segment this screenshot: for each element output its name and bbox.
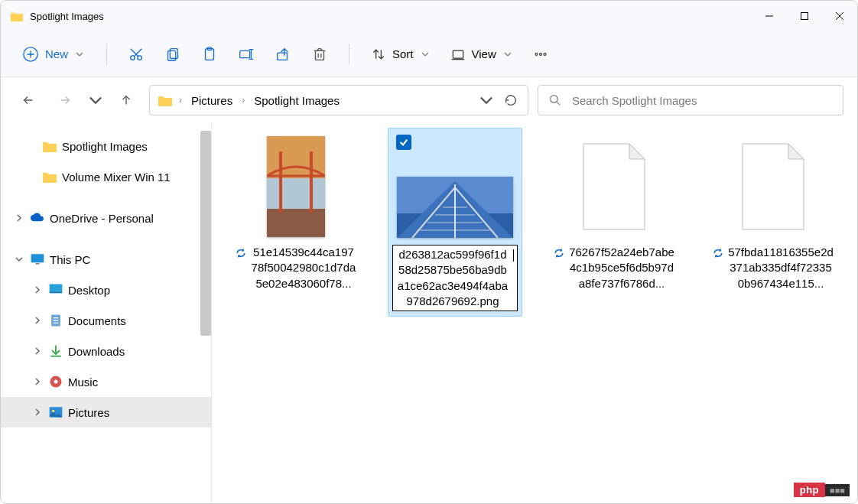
search-box[interactable] — [538, 85, 843, 115]
main-area: Spotlight Images Volume Mixer Win 11 One… — [1, 123, 857, 503]
breadcrumb-pictures[interactable]: Pictures — [188, 93, 236, 109]
svg-rect-40 — [31, 254, 44, 262]
copy-button[interactable] — [158, 39, 188, 70]
expand-toggle[interactable] — [31, 314, 44, 327]
svg-point-53 — [52, 410, 54, 412]
chevron-right-icon: › — [179, 95, 182, 106]
recent-button[interactable] — [88, 86, 103, 114]
ellipsis-icon — [532, 46, 549, 63]
delete-button[interactable] — [304, 39, 335, 70]
file-rename-input[interactable]: d263812ac599f96f1d58d25875be56ba9dba1ce6… — [392, 245, 518, 311]
sidebar-item-documents[interactable]: Documents — [1, 305, 211, 336]
sidebar-item-this-pc[interactable]: This PC — [1, 244, 211, 275]
sort-icon — [371, 47, 386, 62]
badge-right: ■■■ — [825, 484, 850, 496]
sidebar-item-label: Pictures — [68, 406, 109, 419]
search-input[interactable] — [570, 93, 832, 108]
sidebar-item-music[interactable]: Music — [1, 366, 211, 397]
back-button[interactable] — [15, 86, 42, 114]
more-button[interactable] — [525, 39, 556, 70]
file-item[interactable]: 76267f52a24eb7abe4c1b95ce5f6d5b97da8fe73… — [547, 128, 681, 297]
sidebar-item-volume-mixer[interactable]: Volume Mixer Win 11 — [1, 161, 211, 192]
pictures-icon — [48, 405, 63, 420]
watermark-badge: php ■■■ — [794, 483, 850, 497]
sidebar-item-label: This PC — [50, 253, 90, 266]
selection-checkbox[interactable] — [396, 135, 411, 150]
svg-rect-12 — [168, 50, 176, 60]
svg-point-51 — [54, 380, 58, 384]
new-button[interactable]: New — [13, 41, 93, 67]
svg-line-26 — [321, 48, 322, 50]
sidebar-item-spotlight-images[interactable]: Spotlight Images — [1, 131, 211, 161]
file-item[interactable]: 57fbda11816355e2d371ab335df4f723350b9674… — [706, 128, 840, 297]
share-icon — [275, 46, 291, 63]
new-button-label: New — [45, 47, 68, 60]
expand-toggle[interactable] — [31, 406, 44, 418]
sidebar-item-pictures[interactable]: Pictures — [1, 397, 211, 428]
forward-button[interactable] — [51, 86, 79, 114]
expand-toggle[interactable] — [31, 284, 44, 296]
svg-line-10 — [131, 48, 138, 56]
up-button[interactable] — [112, 86, 140, 114]
sidebar-scrollbar[interactable] — [200, 131, 211, 336]
file-label: 57fbda11816355e2d371ab335df4f723350b9674… — [712, 245, 834, 291]
close-button[interactable] — [822, 1, 857, 31]
rename-button[interactable] — [231, 39, 262, 70]
paste-button[interactable] — [194, 39, 225, 70]
chevron-right-icon: › — [242, 95, 245, 106]
sort-button[interactable]: Sort — [363, 42, 437, 67]
refresh-icon — [504, 93, 518, 107]
sidebar-item-label: Documents — [68, 314, 126, 327]
title-bar: Spotlight Images — [1, 1, 857, 31]
file-label: 76267f52a24eb7abe4c1b95ce5f6d5b97da8fe73… — [553, 245, 675, 291]
arrow-right-icon — [58, 93, 72, 107]
refresh-button[interactable] — [502, 86, 520, 114]
chevron-down-icon — [421, 50, 429, 58]
nav-row: › Pictures › Spotlight Images — [1, 77, 857, 123]
chevron-down-icon — [504, 50, 512, 58]
expand-toggle[interactable] — [31, 376, 44, 388]
sidebar-item-onedrive[interactable]: OneDrive - Personal — [1, 203, 211, 233]
search-icon — [549, 94, 561, 106]
image-thumbnail — [397, 177, 513, 238]
expand-toggle[interactable] — [13, 212, 25, 224]
sidebar-item-label: Spotlight Images — [62, 140, 148, 153]
sidebar-item-desktop[interactable]: Desktop — [1, 275, 211, 305]
folder-icon — [42, 169, 57, 184]
maximize-button[interactable] — [787, 1, 822, 31]
sync-icon — [235, 247, 247, 263]
share-button[interactable] — [268, 39, 298, 70]
svg-rect-41 — [36, 263, 40, 265]
clipboard-icon — [201, 46, 218, 63]
file-item-selected[interactable]: d263812ac599f96f1d58d25875be56ba9dba1ce6… — [388, 128, 522, 317]
window-title: Spotlight Images — [30, 11, 104, 22]
cloud-icon — [30, 210, 45, 226]
image-thumbnail — [267, 136, 325, 237]
svg-line-25 — [317, 48, 318, 50]
minimize-button[interactable] — [752, 1, 787, 31]
document-icon — [738, 142, 808, 231]
arrow-left-icon — [21, 93, 35, 107]
svg-rect-43 — [50, 292, 63, 294]
monitor-icon — [30, 252, 45, 267]
view-button[interactable]: View — [443, 42, 519, 67]
address-bar[interactable]: › Pictures › Spotlight Images — [149, 85, 528, 115]
rename-icon — [238, 46, 255, 63]
svg-rect-21 — [316, 50, 324, 60]
cut-button[interactable] — [121, 39, 151, 70]
breadcrumb-spotlight-images[interactable]: Spotlight Images — [251, 93, 343, 109]
address-history-button[interactable] — [477, 86, 496, 114]
plus-circle-icon — [22, 46, 39, 63]
svg-rect-30 — [453, 50, 463, 58]
expand-toggle[interactable] — [31, 345, 44, 357]
file-item[interactable]: 51e14539c44ca19778f50042980c1d7da5e02e48… — [229, 128, 363, 297]
sidebar-item-label: OneDrive - Personal — [50, 212, 154, 225]
sort-button-label: Sort — [392, 47, 414, 60]
sidebar-item-downloads[interactable]: Downloads — [1, 336, 211, 366]
expand-toggle[interactable] — [13, 253, 25, 265]
svg-rect-56 — [267, 178, 325, 209]
documents-icon — [48, 313, 63, 328]
svg-rect-1 — [801, 13, 808, 20]
file-label: 51e14539c44ca19778f50042980c1d7da5e02e48… — [235, 245, 357, 291]
sync-icon — [712, 247, 724, 263]
